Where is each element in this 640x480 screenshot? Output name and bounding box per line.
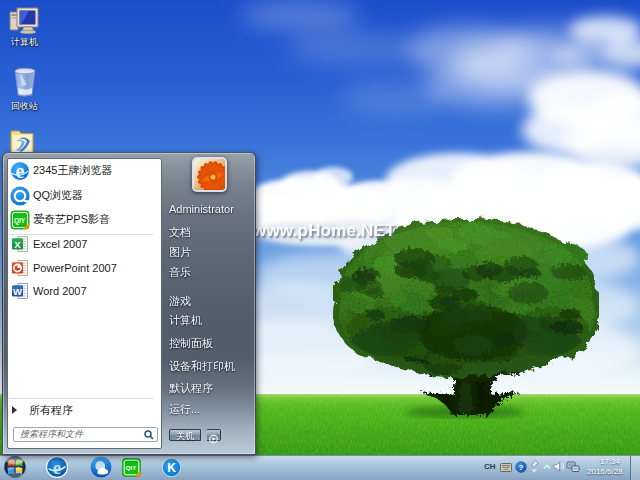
svg-text:e: e [16, 161, 25, 181]
svg-text:W: W [13, 286, 22, 297]
svg-text:e: e [53, 457, 61, 478]
svg-text:X: X [14, 239, 21, 250]
svg-text:QIY: QIY [14, 216, 26, 224]
svg-text:?: ? [519, 463, 524, 472]
svg-text:QIY: QIY [126, 465, 136, 471]
svg-text:K: K [167, 461, 176, 475]
